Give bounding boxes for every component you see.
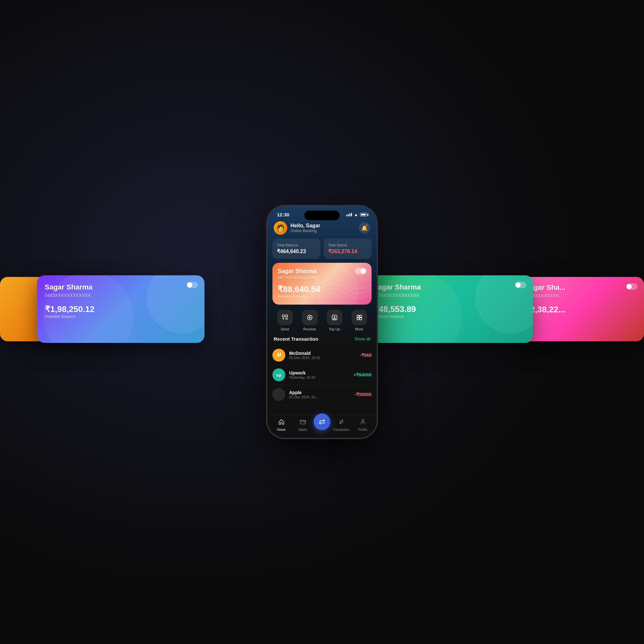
nav-home[interactable]: Home: [270, 419, 292, 431]
user-greeting: Hello, Sagar: [290, 223, 320, 229]
user-info: 🧑 Hello, Sagar Online Banking: [274, 221, 320, 235]
total-spend-amount: ₹263,276.14: [328, 248, 367, 254]
section-title: Recent Transaction: [274, 336, 318, 342]
svg-rect-6: [357, 318, 359, 320]
mcdonalds-amount: -₹968: [360, 353, 372, 358]
main-card-balance: ₹88,640.54: [278, 284, 366, 294]
receive-icon-container: [302, 310, 317, 325]
card-left-balance: ₹1,98,250.12: [45, 304, 197, 314]
card-right-number: 0274XXXXXXXXXXXX: [373, 293, 525, 298]
phone-screen: 12:30 ▲ �: [267, 206, 377, 438]
mcdonalds-date: 03 Dec 2024, 16:32: [289, 356, 356, 360]
action-receive[interactable]: Receive: [302, 310, 317, 331]
upwork-icon: up: [272, 368, 285, 381]
nav-center-button[interactable]: [314, 413, 330, 430]
card-far-right-name: Sagar Sha...: [525, 283, 638, 292]
action-more[interactable]: More: [352, 310, 367, 331]
user-subtitle: Online Banking: [290, 229, 320, 233]
apple-amount: -₹59000: [355, 392, 372, 397]
dynamic-island: [304, 211, 340, 220]
receive-icon: [306, 314, 313, 321]
nav-profile[interactable]: Profile: [352, 419, 374, 431]
notification-button[interactable]: 🔔: [359, 222, 370, 234]
profile-label: Profile: [358, 428, 367, 431]
upwork-name: Upwork: [289, 370, 350, 375]
more-label: More: [355, 327, 363, 331]
total-balance-label: Total Balance: [277, 243, 316, 247]
svg-rect-5: [359, 315, 361, 317]
card-left-balance-label: Available Balance: [45, 314, 197, 319]
swap-icon: [318, 418, 326, 425]
more-icon: [356, 314, 363, 321]
main-card-number: 0877XXXXXXXXXXXX: [278, 275, 366, 280]
bottom-nav: Home Wallet: [267, 415, 377, 438]
main-card-balance-label: Available Balance: [278, 294, 366, 298]
receive-label: Receive: [303, 327, 316, 331]
card-far-right-balance: ₹2,38,22...: [525, 305, 638, 315]
transaction-label: Transaction: [333, 428, 350, 431]
svg-rect-8: [300, 420, 306, 424]
more-icon-container: [352, 310, 367, 325]
card-left-number: 0443XXXXXXXXXXXX: [45, 293, 197, 298]
action-topup[interactable]: Top Up: [327, 310, 342, 331]
upwork-logo: up: [276, 373, 281, 377]
upwork-amount: +₹64000: [354, 372, 372, 377]
card-right-balance: ₹48,553.89: [373, 304, 525, 314]
svg-rect-7: [359, 318, 361, 320]
mcdonalds-logo: M: [277, 352, 281, 358]
card-green[interactable]: Sagar Sharma 0274XXXXXXXXXXXX ₹48,553.89…: [365, 275, 533, 343]
mcdonalds-name: McDonald: [289, 351, 356, 356]
apple-details: Apple 01 Dec 2024, 16...: [289, 390, 351, 399]
topup-icon-container: [327, 310, 342, 325]
apple-icon: [272, 388, 285, 401]
nav-transaction[interactable]: Transaction: [330, 419, 352, 431]
status-time: 12:30: [277, 212, 289, 217]
quick-actions: Send Receive: [267, 310, 377, 336]
send-icon-container: [277, 310, 293, 325]
svg-rect-0: [282, 315, 284, 317]
apple-name: Apple: [289, 390, 351, 395]
nav-wallet[interactable]: Wallet: [292, 419, 314, 431]
total-balance-amount: ₹464,640.23: [277, 248, 316, 254]
topup-icon: [331, 314, 338, 321]
show-all-button[interactable]: Show all: [355, 336, 370, 341]
profile-icon: [360, 419, 366, 427]
wallet-label: Wallet: [298, 428, 307, 431]
card-pink: Sagar Sha... 0276XXXXXXXX ₹2,38,22...: [518, 277, 644, 341]
card-right-balance-label: Available Balance: [373, 314, 525, 319]
transaction-apple[interactable]: Apple 01 Dec 2024, 16... -₹59000: [272, 385, 372, 404]
main-card[interactable]: Sagar Sharma 0877XXXXXXXXXXXX ₹88,640.54…: [272, 263, 372, 305]
status-icons: ▲: [346, 212, 367, 217]
avatar-emoji: 🧑: [277, 224, 285, 232]
transaction-mcdonalds[interactable]: M McDonald 03 Dec 2024, 16:32 -₹968: [272, 346, 372, 365]
card-purple[interactable]: Sagar Sharma 0443XXXXXXXXXXXX ₹1,98,250.…: [37, 275, 204, 343]
section-header: Recent Transaction Show all: [267, 336, 377, 346]
mcdonalds-details: McDonald 03 Dec 2024, 16:32: [289, 351, 356, 360]
card-left-name: Sagar Sharma: [45, 283, 197, 291]
total-spend-label: Total Spend: [328, 243, 367, 247]
transaction-list: M McDonald 03 Dec 2024, 16:32 -₹968 up U…: [267, 346, 377, 404]
user-text: Hello, Sagar Online Banking: [290, 223, 320, 233]
notification-dot: [365, 224, 368, 227]
wave-decoration: [320, 272, 372, 305]
avatar: 🧑: [274, 221, 287, 235]
send-label: Send: [281, 327, 289, 331]
svg-rect-1: [285, 315, 287, 317]
balance-row: Total Balance ₹464,640.23 Total Spend ₹2…: [267, 239, 377, 263]
card-far-right-number: 0276XXXXXXXX: [525, 293, 638, 298]
apple-date: 01 Dec 2024, 16...: [289, 395, 351, 399]
transaction-icon: [338, 419, 345, 427]
wifi-icon: ▲: [354, 212, 358, 217]
action-send[interactable]: Send: [277, 310, 293, 331]
total-balance-card: Total Balance ₹464,640.23: [272, 239, 320, 259]
phone-wrapper: 12:30 ▲ �: [267, 206, 377, 438]
transaction-upwork[interactable]: up Upwork Yesterday, 16:32 +₹64000: [272, 365, 372, 385]
wallet-icon: [300, 419, 306, 427]
svg-point-10: [362, 420, 364, 422]
card-right-name: Sagar Sharma: [373, 283, 525, 291]
mcdonalds-icon: M: [272, 349, 285, 362]
home-label: Home: [277, 428, 286, 431]
svg-point-9: [304, 422, 305, 423]
phone-frame: 12:30 ▲ �: [267, 206, 377, 438]
total-spend-card: Total Spend ₹263,276.14: [324, 239, 372, 259]
